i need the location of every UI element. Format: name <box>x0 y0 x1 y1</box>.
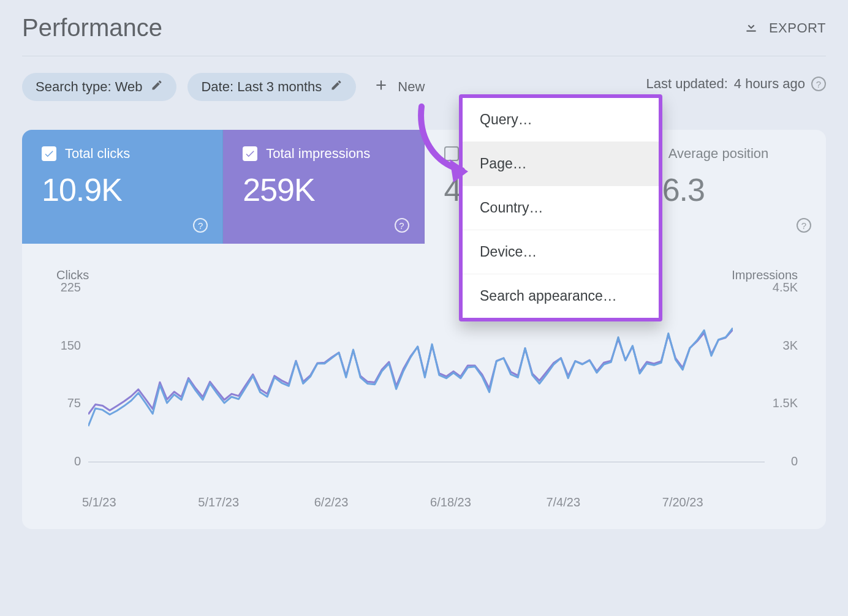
dropdown-item[interactable]: Page… <box>463 142 659 186</box>
y-tick-right: 0 <box>791 454 798 468</box>
metric-label: Average position <box>668 146 769 162</box>
x-tick: 5/1/23 <box>82 495 116 509</box>
dropdown-item[interactable]: Query… <box>463 98 659 142</box>
help-icon[interactable]: ? <box>193 218 208 233</box>
plus-icon <box>373 77 389 97</box>
page-title: Performance <box>22 14 162 42</box>
filter-row: Search type: Web Date: Last 3 months New… <box>22 56 826 102</box>
dropdown-item[interactable]: Device… <box>463 230 659 274</box>
pencil-icon <box>151 79 163 95</box>
metric-value: 10.9K <box>42 171 203 208</box>
metric-total-clicks[interactable]: Total clicks 10.9K ? <box>22 130 223 244</box>
chart-area: Clicks Impressions 07515022501.5K3K4.5K5… <box>22 244 826 529</box>
metric-value: 26.3 <box>645 171 806 208</box>
new-filter-dropdown: Query…Page…Country…Device…Search appeara… <box>459 94 662 321</box>
pencil-icon <box>330 79 343 95</box>
export-button[interactable]: EXPORT <box>743 18 826 38</box>
y-tick-left: 225 <box>56 280 81 295</box>
checkbox-icon <box>243 146 257 161</box>
add-filter-button[interactable]: New <box>367 72 431 102</box>
y-tick-left: 0 <box>56 454 81 468</box>
last-updated: Last updated: 4 hours ago ? <box>646 76 826 92</box>
download-icon <box>743 18 759 38</box>
metric-label: Total clicks <box>65 146 130 162</box>
new-label: New <box>398 79 425 95</box>
dropdown-item[interactable]: Country… <box>463 186 659 230</box>
y-tick-left: 150 <box>56 339 81 353</box>
metric-label: Total impressions <box>266 146 370 162</box>
last-updated-prefix: Last updated: <box>646 76 727 92</box>
metric-total-impressions[interactable]: Total impressions 259K ? <box>223 130 424 244</box>
y-tick-right: 1.5K <box>773 396 798 410</box>
metric-value: 259K <box>243 171 404 208</box>
x-tick: 7/4/23 <box>546 495 580 509</box>
x-tick: 6/18/23 <box>430 495 471 509</box>
chip-label: Search type: Web <box>36 79 142 95</box>
y-tick-right: 4.5K <box>773 280 798 295</box>
export-label: EXPORT <box>769 20 826 36</box>
chip-search-type[interactable]: Search type: Web <box>22 73 176 101</box>
help-icon[interactable]: ? <box>395 218 409 233</box>
axis-baseline <box>88 462 765 462</box>
help-icon[interactable]: ? <box>797 218 811 233</box>
header: Performance EXPORT <box>22 0 826 56</box>
chip-date[interactable]: Date: Last 3 months <box>187 73 356 101</box>
annotation-arrow <box>409 102 477 190</box>
chip-label: Date: Last 3 months <box>201 79 322 95</box>
y-tick-left: 75 <box>56 396 81 410</box>
dropdown-item[interactable]: Search appearance… <box>463 274 659 318</box>
x-tick: 6/2/23 <box>314 495 349 509</box>
last-updated-value: 4 hours ago <box>734 76 805 92</box>
checkbox-icon <box>42 146 56 161</box>
y-tick-right: 3K <box>783 339 798 353</box>
x-tick: 5/17/23 <box>198 495 239 509</box>
help-icon[interactable]: ? <box>811 77 826 91</box>
x-tick: 7/20/23 <box>662 495 703 509</box>
